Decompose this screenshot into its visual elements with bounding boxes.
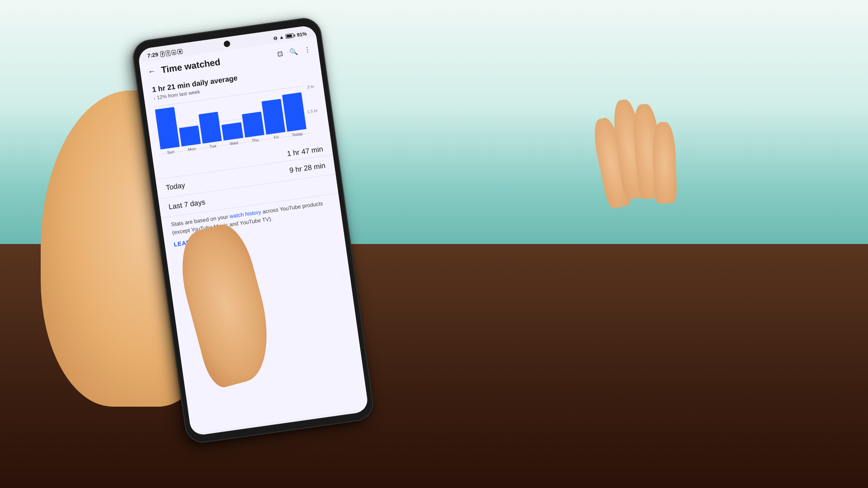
today-label: Today bbox=[165, 181, 186, 192]
bar-tue-fill bbox=[198, 112, 222, 143]
bar-tue-label: Tue bbox=[209, 144, 217, 149]
today-value: 9 hr 28 min bbox=[289, 161, 326, 174]
notification-icons: f f a ■ bbox=[160, 48, 183, 57]
bar-fri: Fri bbox=[261, 99, 286, 141]
more-icon[interactable]: ⋮ bbox=[303, 45, 311, 54]
bar-thu-fill bbox=[242, 112, 264, 137]
battery-percent: 91% bbox=[297, 31, 307, 38]
amazon-icon: a bbox=[171, 49, 176, 55]
header-right: ⊡ 🔍 ⋮ bbox=[277, 45, 311, 58]
back-button[interactable]: ← bbox=[147, 66, 156, 77]
other-icon: ■ bbox=[177, 49, 183, 54]
bar-mon-label: Mon bbox=[188, 146, 196, 152]
status-time: 7:29 bbox=[147, 52, 159, 59]
bar-sun-label: Sun bbox=[167, 150, 175, 155]
watch-history-link[interactable]: watch history bbox=[229, 209, 261, 220]
bar-thu-label: Thu bbox=[251, 137, 259, 143]
bar-mon: Mon bbox=[179, 126, 202, 153]
fb-icon-2: f bbox=[165, 50, 170, 56]
bar-today: Today bbox=[282, 92, 307, 138]
do-not-disturb-icon: ⊖ bbox=[273, 35, 278, 41]
bar-tue: Tue bbox=[198, 112, 223, 150]
bar-wed-fill bbox=[222, 122, 243, 141]
bar-today-label: Today bbox=[292, 131, 303, 137]
last7days-label: Last 7 days bbox=[168, 198, 206, 211]
bar-wed: Wed bbox=[222, 122, 244, 147]
bar-sun: Sun bbox=[155, 107, 181, 156]
bar-wed-label: Wed bbox=[230, 141, 239, 146]
fb-icon-1: f bbox=[160, 51, 165, 57]
search-icon[interactable]: 🔍 bbox=[289, 47, 298, 56]
scene: 7:29 f f a ■ ⊖ ▲ bbox=[0, 0, 868, 488]
bar-fri-label: Fri bbox=[274, 135, 279, 140]
bar-today-fill bbox=[282, 92, 307, 131]
bar-sun-fill bbox=[155, 107, 180, 150]
battery-icon bbox=[285, 33, 295, 39]
wifi-icon: ▲ bbox=[278, 34, 284, 40]
cast-icon[interactable]: ⊡ bbox=[277, 49, 283, 58]
bar-mon-fill bbox=[179, 126, 201, 147]
bar-fri-fill bbox=[261, 99, 285, 135]
down-arrow-icon: ↓ bbox=[153, 95, 156, 101]
bar-thu: Thu bbox=[242, 112, 265, 144]
